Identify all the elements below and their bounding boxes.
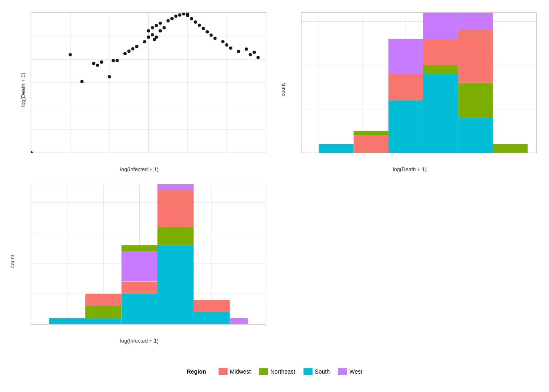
hist-infected-y-label: count	[9, 255, 16, 268]
scatter-point	[147, 36, 150, 39]
hist-infected-bar	[121, 245, 158, 251]
scatter-point	[131, 47, 134, 50]
legend-item-northeast: Northeast	[259, 368, 295, 375]
main-container: log(Death + 1)	[0, 0, 549, 392]
hist-death-bar	[388, 39, 423, 74]
scatter-point	[245, 47, 248, 51]
scatter-point	[229, 47, 232, 50]
hist-infected-bar	[157, 245, 194, 324]
hist-death-bar	[458, 83, 493, 118]
scatter-point	[108, 75, 111, 78]
hist-infected-bar	[85, 294, 122, 306]
scatter-point	[178, 13, 181, 17]
hist-death-bar	[423, 65, 458, 74]
legend-title: Region	[187, 368, 206, 375]
scatter-point	[202, 27, 205, 30]
legend-label-west: West	[349, 368, 362, 375]
hist-death-bar	[458, 13, 493, 30]
hist-death-x-label: log(Death + 1)	[393, 166, 427, 172]
scatter-point	[257, 56, 260, 59]
hist-death-bar	[423, 74, 458, 153]
empty-cell	[274, 176, 545, 347]
scatter-point	[123, 52, 127, 55]
legend-label-northeast: Northeast	[270, 368, 295, 375]
legend-label-midwest: Midwest	[230, 368, 251, 375]
hist-infected-plot-bg: 0 5 10 15 20 10 11 12 13 14	[31, 184, 266, 325]
legend-item-south: South	[304, 368, 330, 375]
hist-death-bar	[423, 13, 458, 39]
hist-death-bar	[319, 144, 354, 153]
legend-item-west: West	[338, 368, 362, 375]
scatter-point	[252, 51, 256, 54]
scatter-point	[237, 50, 240, 53]
hist-death-chart: count	[274, 4, 545, 176]
scatter-point	[166, 19, 170, 22]
scatter-point	[174, 15, 178, 18]
scatter-point	[158, 22, 162, 25]
hist-infected-bar	[121, 294, 158, 324]
hist-infected-bar	[230, 318, 248, 324]
scatter-point	[127, 49, 131, 53]
hist-death-y-label: count	[280, 83, 286, 96]
scatter-y-label: log(Death + 1)	[20, 73, 26, 107]
hist-infected-bar	[85, 306, 122, 318]
hist-infected-bar	[49, 318, 85, 324]
hist-death-bar	[388, 74, 423, 100]
scatter-point	[116, 59, 119, 62]
scatter-point	[92, 62, 95, 65]
scatter-point	[163, 26, 166, 29]
scatter-point	[170, 17, 174, 20]
hist-infected-bar	[85, 318, 122, 324]
hist-death-svg	[301, 13, 536, 153]
scatter-point	[225, 43, 228, 47]
scatter-point	[213, 37, 216, 40]
hist-death-plot-bg: 0 5 10 15 6 7 8 9 10	[301, 12, 537, 153]
scatter-point	[249, 53, 252, 56]
scatter-point	[147, 29, 150, 33]
legend-swatch-midwest	[219, 368, 228, 375]
hist-death-bar	[423, 39, 458, 65]
hist-death-bar	[493, 144, 528, 153]
legend-item-midwest: Midwest	[219, 368, 251, 375]
scatter-svg	[31, 13, 266, 153]
hist-infected-bar	[121, 282, 158, 294]
scatter-point	[210, 33, 213, 37]
scatter-point	[221, 40, 225, 43]
hist-infected-bar	[194, 300, 230, 312]
scatter-point	[182, 13, 185, 16]
hist-death-bar	[458, 30, 493, 83]
scatter-x-label: log(Infected + 1)	[120, 166, 158, 172]
scatter-point	[31, 151, 33, 153]
scatter-point	[198, 24, 201, 27]
hist-infected-bar	[157, 184, 194, 190]
hist-infected-bar	[157, 190, 194, 227]
legend: Region Midwest Northeast South West	[4, 347, 545, 392]
scatter-chart: log(Death + 1)	[4, 4, 274, 176]
hist-infected-chart: count	[4, 176, 274, 347]
hist-infected-x-label: log(Infected + 1)	[120, 338, 158, 344]
hist-death-bar	[354, 131, 388, 135]
scatter-point	[135, 45, 138, 48]
scatter-point	[158, 29, 162, 33]
scatter-point	[151, 33, 154, 36]
hist-death-bar	[458, 118, 493, 153]
scatter-point	[100, 60, 103, 64]
scatter-point	[194, 20, 197, 24]
scatter-point	[190, 17, 193, 20]
scatter-point	[69, 53, 72, 56]
hist-infected-svg	[31, 184, 266, 324]
scatter-plot-bg: 5 6 7 8 9 10 9 10 11 12 13 14	[31, 12, 266, 153]
legend-swatch-west	[338, 368, 347, 375]
hist-infected-bar	[194, 312, 230, 324]
scatter-point	[96, 64, 99, 67]
legend-swatch-northeast	[259, 368, 268, 375]
scatter-point	[112, 59, 115, 62]
hist-death-bar	[354, 135, 388, 153]
scatter-point	[143, 40, 146, 43]
scatter-point	[205, 30, 209, 33]
scatter-point	[155, 24, 158, 27]
hist-infected-bar	[157, 227, 194, 245]
scatter-point	[80, 80, 84, 83]
scatter-point	[186, 14, 189, 17]
scatter-point	[155, 36, 158, 39]
